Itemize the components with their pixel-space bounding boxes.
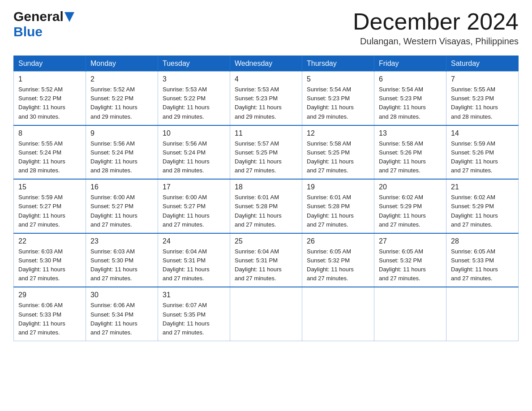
day-info: Sunrise: 6:04 AM Sunset: 5:31 PM Dayligh…: [163, 247, 225, 283]
day-info: Sunrise: 5:56 AM Sunset: 5:24 PM Dayligh…: [163, 139, 225, 176]
day-number: 25: [235, 237, 297, 245]
day-number: 11: [235, 129, 297, 137]
logo-triangle-icon: [64, 12, 74, 22]
calendar-day-cell: 12 Sunrise: 5:58 AM Sunset: 5:25 PM Dayl…: [302, 125, 374, 180]
calendar-day-cell: 27 Sunrise: 6:05 AM Sunset: 5:32 PM Dayl…: [374, 233, 446, 287]
day-number: 16: [90, 183, 153, 191]
day-number: 20: [379, 183, 442, 191]
day-number: 4: [235, 75, 297, 83]
calendar-table: SundayMondayTuesdayWednesdayThursdayFrid…: [13, 56, 519, 341]
month-title: December 2024: [353, 9, 519, 34]
calendar-day-cell: 6 Sunrise: 5:54 AM Sunset: 5:23 PM Dayli…: [374, 72, 446, 125]
day-info: Sunrise: 5:53 AM Sunset: 5:22 PM Dayligh…: [163, 85, 225, 121]
day-info: Sunrise: 6:01 AM Sunset: 5:28 PM Dayligh…: [307, 193, 369, 229]
calendar-day-cell: [374, 287, 446, 341]
day-number: 21: [451, 183, 514, 191]
day-number: 19: [307, 183, 369, 191]
calendar-day-cell: 26 Sunrise: 6:05 AM Sunset: 5:32 PM Dayl…: [302, 233, 374, 287]
calendar-day-cell: 14 Sunrise: 5:59 AM Sunset: 5:26 PM Dayl…: [446, 125, 519, 180]
day-number: 9: [90, 129, 153, 137]
weekday-header-wednesday: Wednesday: [230, 56, 302, 72]
calendar-day-cell: 18 Sunrise: 6:01 AM Sunset: 5:28 PM Dayl…: [230, 179, 302, 233]
day-info: Sunrise: 6:07 AM Sunset: 5:35 PM Dayligh…: [163, 301, 225, 337]
location-subtitle: Dulangan, Western Visayas, Philippines: [353, 36, 519, 47]
day-info: Sunrise: 5:54 AM Sunset: 5:23 PM Dayligh…: [307, 85, 369, 121]
day-info: Sunrise: 6:06 AM Sunset: 5:33 PM Dayligh…: [18, 301, 81, 337]
day-info: Sunrise: 6:01 AM Sunset: 5:28 PM Dayligh…: [235, 193, 297, 229]
weekday-header-monday: Monday: [86, 56, 158, 72]
calendar-week-row: 15 Sunrise: 5:59 AM Sunset: 5:27 PM Dayl…: [14, 179, 519, 233]
calendar-day-cell: [230, 287, 302, 341]
day-info: Sunrise: 5:56 AM Sunset: 5:24 PM Dayligh…: [90, 139, 153, 176]
calendar-day-cell: 21 Sunrise: 6:02 AM Sunset: 5:29 PM Dayl…: [446, 179, 519, 233]
day-info: Sunrise: 5:57 AM Sunset: 5:25 PM Dayligh…: [235, 139, 297, 176]
weekday-header-row: SundayMondayTuesdayWednesdayThursdayFrid…: [14, 56, 519, 72]
calendar-day-cell: 9 Sunrise: 5:56 AM Sunset: 5:24 PM Dayli…: [86, 125, 158, 180]
calendar-day-cell: 28 Sunrise: 6:05 AM Sunset: 5:33 PM Dayl…: [446, 233, 519, 287]
calendar-day-cell: 31 Sunrise: 6:07 AM Sunset: 5:35 PM Dayl…: [158, 287, 230, 341]
day-info: Sunrise: 6:00 AM Sunset: 5:27 PM Dayligh…: [90, 193, 153, 229]
calendar-day-cell: 2 Sunrise: 5:52 AM Sunset: 5:22 PM Dayli…: [86, 72, 158, 125]
day-info: Sunrise: 6:00 AM Sunset: 5:27 PM Dayligh…: [163, 193, 225, 229]
day-number: 14: [451, 129, 514, 137]
calendar-day-cell: 3 Sunrise: 5:53 AM Sunset: 5:22 PM Dayli…: [158, 72, 230, 125]
calendar-day-cell: 1 Sunrise: 5:52 AM Sunset: 5:22 PM Dayli…: [14, 72, 86, 125]
day-number: 27: [379, 237, 442, 245]
day-info: Sunrise: 5:52 AM Sunset: 5:22 PM Dayligh…: [90, 85, 153, 121]
day-info: Sunrise: 6:04 AM Sunset: 5:31 PM Dayligh…: [235, 247, 297, 283]
day-number: 1: [18, 75, 81, 83]
calendar-day-cell: 5 Sunrise: 5:54 AM Sunset: 5:23 PM Dayli…: [302, 72, 374, 125]
day-number: 6: [379, 75, 442, 83]
weekday-header-friday: Friday: [374, 56, 446, 72]
day-number: 18: [235, 183, 297, 191]
day-number: 28: [451, 237, 514, 245]
day-number: 30: [90, 291, 153, 299]
day-info: Sunrise: 6:03 AM Sunset: 5:30 PM Dayligh…: [90, 247, 153, 283]
day-number: 5: [307, 75, 369, 83]
calendar-day-cell: 23 Sunrise: 6:03 AM Sunset: 5:30 PM Dayl…: [86, 233, 158, 287]
day-info: Sunrise: 6:02 AM Sunset: 5:29 PM Dayligh…: [451, 193, 514, 229]
day-number: 2: [90, 75, 153, 83]
weekday-header-thursday: Thursday: [302, 56, 374, 72]
calendar-week-row: 22 Sunrise: 6:03 AM Sunset: 5:30 PM Dayl…: [14, 233, 519, 287]
day-info: Sunrise: 5:55 AM Sunset: 5:23 PM Dayligh…: [451, 85, 514, 121]
day-info: Sunrise: 6:02 AM Sunset: 5:29 PM Dayligh…: [379, 193, 442, 229]
day-number: 13: [379, 129, 442, 137]
day-number: 8: [18, 129, 81, 137]
weekday-header-saturday: Saturday: [446, 56, 519, 72]
calendar-week-row: 8 Sunrise: 5:55 AM Sunset: 5:24 PM Dayli…: [14, 125, 519, 180]
day-info: Sunrise: 5:53 AM Sunset: 5:23 PM Dayligh…: [235, 85, 297, 121]
calendar-day-cell: 29 Sunrise: 6:06 AM Sunset: 5:33 PM Dayl…: [14, 287, 86, 341]
day-info: Sunrise: 5:54 AM Sunset: 5:23 PM Dayligh…: [379, 85, 442, 121]
calendar-day-cell: 10 Sunrise: 5:56 AM Sunset: 5:24 PM Dayl…: [158, 125, 230, 180]
day-number: 23: [90, 237, 153, 245]
calendar-day-cell: 20 Sunrise: 6:02 AM Sunset: 5:29 PM Dayl…: [374, 179, 446, 233]
calendar-day-cell: 15 Sunrise: 5:59 AM Sunset: 5:27 PM Dayl…: [14, 179, 86, 233]
logo: General Blue: [13, 9, 74, 39]
day-number: 26: [307, 237, 369, 245]
day-number: 22: [18, 237, 81, 245]
calendar-day-cell: 17 Sunrise: 6:00 AM Sunset: 5:27 PM Dayl…: [158, 179, 230, 233]
calendar-day-cell: 7 Sunrise: 5:55 AM Sunset: 5:23 PM Dayli…: [446, 72, 519, 125]
day-number: 12: [307, 129, 369, 137]
day-number: 7: [451, 75, 514, 83]
day-info: Sunrise: 5:52 AM Sunset: 5:22 PM Dayligh…: [18, 85, 81, 121]
day-info: Sunrise: 6:05 AM Sunset: 5:32 PM Dayligh…: [307, 247, 369, 283]
day-number: 17: [163, 183, 225, 191]
day-number: 10: [163, 129, 225, 137]
day-number: 31: [163, 291, 225, 299]
day-info: Sunrise: 6:05 AM Sunset: 5:32 PM Dayligh…: [379, 247, 442, 283]
svg-marker-0: [64, 12, 74, 22]
day-info: Sunrise: 6:03 AM Sunset: 5:30 PM Dayligh…: [18, 247, 81, 283]
calendar-day-cell: 11 Sunrise: 5:57 AM Sunset: 5:25 PM Dayl…: [230, 125, 302, 180]
calendar-day-cell: 8 Sunrise: 5:55 AM Sunset: 5:24 PM Dayli…: [14, 125, 86, 180]
calendar-day-cell: 13 Sunrise: 5:58 AM Sunset: 5:26 PM Dayl…: [374, 125, 446, 180]
calendar-day-cell: 19 Sunrise: 6:01 AM Sunset: 5:28 PM Dayl…: [302, 179, 374, 233]
calendar-day-cell: 4 Sunrise: 5:53 AM Sunset: 5:23 PM Dayli…: [230, 72, 302, 125]
calendar-week-row: 1 Sunrise: 5:52 AM Sunset: 5:22 PM Dayli…: [14, 72, 519, 125]
calendar-day-cell: [302, 287, 374, 341]
weekday-header-sunday: Sunday: [14, 56, 86, 72]
day-info: Sunrise: 5:55 AM Sunset: 5:24 PM Dayligh…: [18, 139, 81, 176]
day-info: Sunrise: 6:05 AM Sunset: 5:33 PM Dayligh…: [451, 247, 514, 283]
logo-general-text: General: [13, 9, 64, 24]
